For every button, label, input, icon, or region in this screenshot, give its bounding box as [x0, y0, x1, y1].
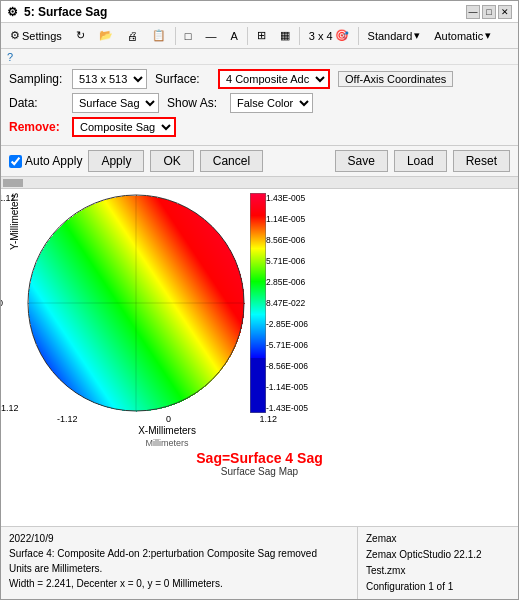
btn-group-right: Save Load Reset [335, 150, 510, 172]
load-button[interactable]: Load [394, 150, 447, 172]
surface-select[interactable]: 4 Composite Adc [218, 69, 330, 89]
auto-apply-label[interactable]: Auto Apply [9, 154, 82, 168]
legend-wrapper: 1.43E-005 1.14E-005 8.56E-006 5.71E-006 … [250, 193, 308, 413]
help-row[interactable]: ? [1, 49, 518, 65]
title-bar-left: ⚙ 5: Surface Sag [7, 5, 107, 19]
toolbar: ⚙ Settings ↻ 📂 🖨 📋 □ — A ⊞ ▦ 3 x 4 🎯 Sta… [1, 23, 518, 49]
title-bar-controls: — □ ✕ [466, 5, 512, 19]
apply-button[interactable]: Apply [88, 150, 144, 172]
draw-rect-button[interactable]: □ [180, 28, 197, 44]
x-tick-mid: 0 [166, 414, 171, 424]
info-width: Width = 2.241, Decenter x = 0, y = 0 Mil… [9, 576, 349, 591]
legend-val-1: 1.14E-005 [266, 214, 308, 224]
legend-bar [250, 193, 266, 413]
settings-row-3: Remove: Composite Sag [9, 117, 510, 137]
auto-apply-checkbox[interactable] [9, 155, 22, 168]
chart-wrapper: Y-Millimeters 1.12 0 -1.12 [9, 193, 510, 448]
open-button[interactable]: 📂 [94, 27, 118, 44]
settings-row-2: Data: Surface Sag Show As: False Color [9, 93, 510, 113]
showas-label: Show As: [167, 96, 222, 110]
gear-icon: ⚙ [10, 29, 20, 42]
chart-button[interactable]: ▦ [275, 27, 295, 44]
legend-unit: Millimeters [146, 438, 189, 448]
copy-button[interactable]: 📋 [147, 27, 171, 44]
info-config: Configuration 1 of 1 [366, 579, 510, 595]
x-tick-right: 1.12 [260, 414, 278, 424]
line-button[interactable]: — [200, 28, 221, 44]
chart-canvas-wrapper: 1.12 0 -1.12 [26, 193, 246, 413]
help-icon: ? [7, 51, 13, 63]
legend-val-5: 8.47E-022 [266, 298, 308, 308]
window-title: 5: Surface Sag [24, 5, 107, 19]
text-button[interactable]: A [225, 28, 242, 44]
offaxis-label: Off-Axis Coordinates [345, 73, 446, 85]
cancel-button[interactable]: Cancel [200, 150, 263, 172]
settings-label: Settings [22, 30, 62, 42]
legend-val-3: 5.71E-006 [266, 256, 308, 266]
legend-val-10: -1.43E-005 [266, 403, 308, 413]
chart-canvas [26, 193, 246, 413]
legend-val-4: 2.85E-006 [266, 277, 308, 287]
chart-inner: 1.12 0 -1.12 1.43E-005 1.14E-005 8.56E-0… [26, 193, 308, 448]
legend-labels: 1.43E-005 1.14E-005 8.56E-006 5.71E-006 … [266, 193, 308, 413]
scroll-thumb[interactable] [3, 179, 23, 187]
separator1 [175, 27, 176, 45]
x-ticks: -1.12 0 1.12 [57, 414, 277, 424]
auto-apply-text: Auto Apply [25, 154, 82, 168]
reset-button[interactable]: Reset [453, 150, 510, 172]
ok-button[interactable]: OK [150, 150, 193, 172]
grid-button[interactable]: ⊞ [252, 27, 271, 44]
sampling-label: Sampling: [9, 72, 64, 86]
separator4 [358, 27, 359, 45]
chart-with-legend: 1.12 0 -1.12 1.43E-005 1.14E-005 8.56E-0… [26, 193, 308, 413]
separator3 [299, 27, 300, 45]
y-ticks: 1.12 0 -1.12 [1, 193, 19, 413]
legend-val-2: 8.56E-006 [266, 235, 308, 245]
scroll-area[interactable] [1, 177, 518, 189]
y-tick-top: 1.12 [1, 193, 19, 203]
data-select[interactable]: Surface Sag [72, 93, 159, 113]
title-bar: ⚙ 5: Surface Sag — □ ✕ [1, 1, 518, 23]
legend-val-0: 1.43E-005 [266, 193, 308, 203]
y-tick-mid: 0 [1, 298, 19, 308]
target-icon: 🎯 [335, 29, 349, 42]
print-button[interactable]: 🖨 [122, 28, 143, 44]
info-left: 2022/10/9 Surface 4: Composite Add-on 2:… [1, 527, 358, 599]
window-icon: ⚙ [7, 5, 18, 19]
button-row: Auto Apply Apply OK Cancel Save Load Res… [1, 146, 518, 177]
separator2 [247, 27, 248, 45]
chart-area: Y-Millimeters 1.12 0 -1.12 [1, 189, 518, 526]
legend-val-8: -8.56E-006 [266, 361, 308, 371]
refresh-button[interactable]: ↻ [71, 27, 90, 44]
minimize-button[interactable]: — [466, 5, 480, 19]
x-axis-label: X-Millimeters [57, 425, 277, 436]
info-version: Zemax OpticStudio 22.1.2 [366, 547, 510, 563]
info-date: 2022/10/9 [9, 531, 349, 546]
settings-button[interactable]: ⚙ Settings [5, 27, 67, 44]
offaxis-button[interactable]: Off-Axis Coordinates [338, 71, 453, 87]
info-zemax: Zemax [366, 531, 510, 547]
remove-label: Remove: [9, 120, 64, 134]
legend-val-7: -5.71E-006 [266, 340, 308, 350]
save-button[interactable]: Save [335, 150, 388, 172]
legend-val-9: -1.14E-005 [266, 382, 308, 392]
standard-label: Standard [368, 30, 413, 42]
automatic-dropdown[interactable]: Automatic▾ [429, 27, 496, 44]
showas-select[interactable]: False Color [230, 93, 313, 113]
chart-title: Sag=Surface 4 Sag [196, 450, 322, 466]
y-tick-bot: -1.12 [1, 403, 19, 413]
chart-subtitle: Surface Sag Map [221, 466, 298, 477]
layout-button[interactable]: 3 x 4 🎯 [304, 27, 354, 44]
remove-select[interactable]: Composite Sag [72, 117, 176, 137]
close-button[interactable]: ✕ [498, 5, 512, 19]
info-right: Zemax Zemax OpticStudio 22.1.2 Test.zmx … [358, 527, 518, 599]
x-tick-left: -1.12 [57, 414, 78, 424]
info-file: Test.zmx [366, 563, 510, 579]
sampling-select[interactable]: 513 x 513 [72, 69, 147, 89]
main-window: ⚙ 5: Surface Sag — □ ✕ ⚙ Settings ↻ 📂 🖨 … [0, 0, 519, 600]
maximize-button[interactable]: □ [482, 5, 496, 19]
layout-label: 3 x 4 [309, 30, 333, 42]
info-bar: 2022/10/9 Surface 4: Composite Add-on 2:… [1, 526, 518, 599]
standard-dropdown[interactable]: Standard▾ [363, 27, 426, 44]
legend-val-6: -2.85E-006 [266, 319, 308, 329]
